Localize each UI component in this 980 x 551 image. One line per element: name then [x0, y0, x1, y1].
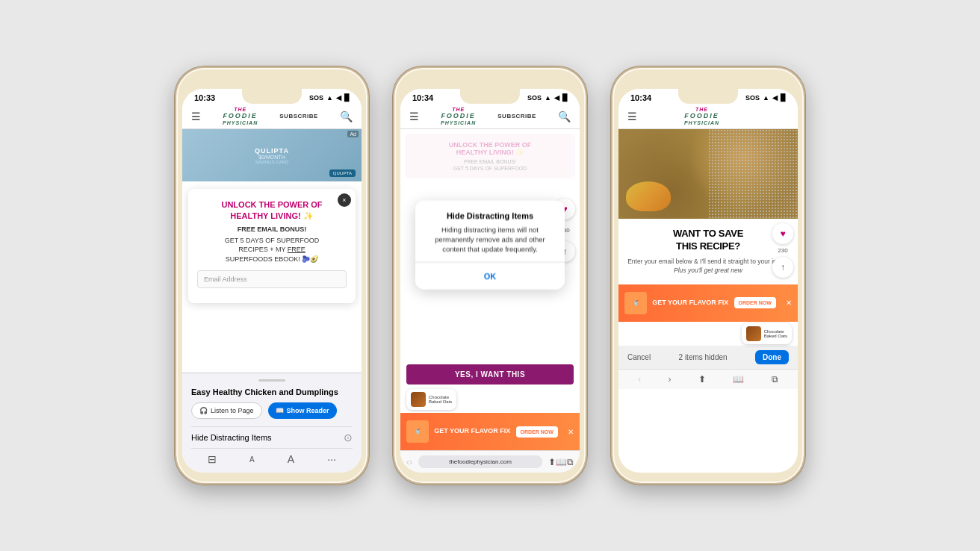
items-hidden-bar-3: Cancel 2 items hidden Done [618, 346, 798, 369]
bottom-toolbar-1: ⊟ A A ··· [191, 448, 353, 467]
wifi-icon-3: ◀ [772, 94, 778, 102]
ad-close-2[interactable]: ✕ [568, 428, 574, 436]
screen-content-1: Ad QULIPTA $0/MONTH SAVINGS CARD QULIPTA… [182, 129, 362, 373]
url-bar-2[interactable]: thefoodiephysician.com [418, 455, 542, 468]
status-icons-2: SOS ▲ ◀ ▉ [527, 94, 568, 102]
done-button-3[interactable]: Done [755, 350, 789, 364]
bottom-ad-2: 🥤 GET YOUR FLAVOR FIX ORDER NOW ✕ [400, 413, 580, 450]
popup-subtitle-1: FREE EMAIL BONUS! [197, 225, 347, 233]
ad-content-1: QULIPTA $0/MONTH SAVINGS CARD [252, 144, 292, 167]
save-icon-3[interactable]: ♥ [772, 223, 793, 244]
items-count-3: 2 items hidden [679, 353, 728, 361]
sos-label-3: SOS [745, 94, 760, 102]
back-icon-3[interactable]: ‹ [638, 374, 641, 385]
recipe-badge-3: ChocolateBaked Oats [742, 323, 792, 344]
order-button-3[interactable]: ORDER NOW [734, 297, 776, 308]
status-bar-1: 10:33 SOS ▲ ◀ ▉ [182, 89, 362, 104]
search-icon-1[interactable]: 🔍 [340, 110, 353, 122]
status-time-2: 10:34 [412, 93, 433, 102]
site-logo-1: THE FOODIE PHYSICIAN [223, 107, 258, 125]
recipe-body-3: Enter your email below & I'll send it st… [627, 258, 789, 276]
subscribe-label-2[interactable]: SUBSCRIBE [497, 113, 536, 119]
side-container-3: ♥ 230 ↑ WANT TO SAVETHIS RECIPE? Enter y… [618, 219, 798, 284]
phone-1: 10:33 SOS ▲ ◀ ▉ ☰ THE FOODIE PHYSICIAN S… [175, 66, 369, 485]
menu-icon-1[interactable]: ☰ [191, 110, 201, 122]
status-bar-3: 10:34 SOS ▲ ◀ ▉ [618, 89, 798, 104]
ad-text-2: GET YOUR FLAVOR FIX [434, 427, 510, 436]
alert-dialog-2: Hide Distracting Items Hiding distractin… [415, 200, 565, 289]
share-safari-icon-3[interactable]: ⬆ [698, 374, 706, 385]
battery-icon-2: ▉ [562, 94, 568, 102]
recipe-save-box-3: WANT TO SAVETHIS RECIPE? Enter your emai… [618, 219, 798, 284]
site-logo-3: THE FOODIE PHYSICIAN [684, 107, 719, 125]
email-input-1[interactable]: Email Address [197, 270, 347, 288]
share-safari-icon-2[interactable]: ⬆ [548, 457, 556, 467]
recipe-img-3 [746, 326, 761, 341]
recipe-badge-text-2: ChocolateBaked Oats [429, 395, 452, 404]
sos-label-2: SOS [527, 94, 542, 102]
font-large-icon-1[interactable]: A [288, 453, 294, 465]
reader-button-1[interactable]: 📖 Show Reader [268, 402, 337, 419]
toggle-icon-1: ⊙ [344, 432, 353, 443]
safari-nav-3: ‹ › ⬆ 📖 ⧉ [618, 369, 798, 389]
listen-button-1[interactable]: 🎧 Listen to Page [191, 402, 262, 419]
ad-text-3: GET YOUR FLAVOR FIX [652, 299, 728, 308]
alert-content-2: Hide Distracting Items Hiding distractin… [415, 200, 565, 254]
status-time-1: 10:33 [194, 93, 215, 102]
order-button-2[interactable]: ORDER NOW [516, 426, 558, 438]
signal-icon-2: ▲ [545, 94, 551, 102]
popup-title-1: UNLOCK THE POWER OFHEALTHY LIVING! ✨ [197, 199, 347, 221]
bottom-panel-1: Easy Healthy Chicken and Dumplings 🎧 Lis… [182, 373, 362, 473]
subscribe-label-1[interactable]: SUBSCRIBE [279, 113, 318, 119]
site-logo-2: THE FOODIE PHYSICIAN [441, 107, 476, 125]
action-buttons-1: 🎧 Listen to Page 📖 Show Reader [191, 402, 353, 419]
phone-3: 10:34 SOS ▲ ◀ ▉ ☰ THE FOODIE PHYSICIAN [611, 66, 805, 485]
bookmark-icon-1[interactable]: ⊟ [208, 453, 217, 465]
font-small-icon-1[interactable]: A [249, 455, 255, 464]
popup-body-1: GET 5 DAYS OF SUPERFOODRECIPES + MY FREE… [197, 236, 347, 264]
tabs-icon-3[interactable]: ⧉ [772, 374, 778, 385]
recipe-main-title-3: WANT TO SAVETHIS RECIPE? [627, 228, 789, 253]
alert-buttons-2: OK [415, 261, 565, 289]
menu-icon-3[interactable]: ☰ [627, 110, 637, 122]
wifi-icon-2: ◀ [554, 94, 559, 102]
signal-icon-1: ▲ [326, 94, 333, 102]
recipe-img-2 [411, 392, 426, 407]
status-icons-1: SOS ▲ ◀ ▉ [309, 94, 350, 102]
alert-message-2: Hiding distracting items will not perman… [427, 224, 553, 254]
alert-title-2: Hide Distracting Items [427, 211, 553, 220]
ad-tag-1: Ad [347, 131, 359, 137]
forward-icon-3[interactable]: › [669, 374, 672, 385]
battery-icon-1: ▉ [344, 94, 350, 102]
search-icon-2[interactable]: 🔍 [558, 110, 571, 122]
bookmarks-icon-3[interactable]: 📖 [733, 374, 744, 385]
status-time-3: 10:34 [630, 93, 651, 102]
nav-bar-2: ☰ THE FOODIE PHYSICIAN SUBSCRIBE 🔍 [400, 104, 580, 129]
yes-button-2[interactable]: YES, I WANT THIS [406, 364, 574, 385]
sparkle-overlay-3 [708, 129, 798, 219]
hide-label-1: Hide Distracting Items [191, 433, 272, 442]
bottom-ad-3: 🥤 GET YOUR FLAVOR FIX ORDER NOW ✕ [618, 284, 798, 322]
nav-bar-3: ☰ THE FOODIE PHYSICIAN [618, 104, 798, 129]
tabs-icon-2[interactable]: ⧉ [567, 457, 574, 467]
more-icon-1[interactable]: ··· [327, 453, 336, 465]
signal-icon-3: ▲ [763, 94, 769, 102]
status-bar-2: 10:34 SOS ▲ ◀ ▉ [400, 89, 580, 104]
hide-distracting-row-1[interactable]: Hide Distracting Items ⊙ [191, 426, 353, 448]
alert-ok-button-2[interactable]: OK [469, 270, 512, 281]
cancel-button-3[interactable]: Cancel [627, 353, 651, 361]
popup-box-1: × UNLOCK THE POWER OFHEALTHY LIVING! ✨ F… [188, 189, 356, 302]
menu-icon-2[interactable]: ☰ [409, 110, 419, 122]
share-icon-3[interactable]: ↑ [772, 257, 793, 278]
nav-bar-1: ☰ THE FOODIE PHYSICIAN SUBSCRIBE 🔍 [182, 104, 362, 129]
bookmarks-icon-2[interactable]: 📖 [556, 457, 567, 467]
save-count-3: 230 [778, 247, 787, 254]
ad-close-3[interactable]: ✕ [786, 299, 792, 307]
battery-icon-3: ▉ [781, 94, 786, 102]
status-icons-3: SOS ▲ ◀ ▉ [745, 94, 786, 102]
popup-close-1[interactable]: × [338, 193, 351, 207]
sos-label-1: SOS [309, 94, 323, 102]
forward-icon-2[interactable]: › [409, 457, 412, 467]
headphones-icon-1: 🎧 [199, 407, 208, 414]
ad-banner-1: Ad QULIPTA $0/MONTH SAVINGS CARD QULIPTA [182, 129, 362, 181]
